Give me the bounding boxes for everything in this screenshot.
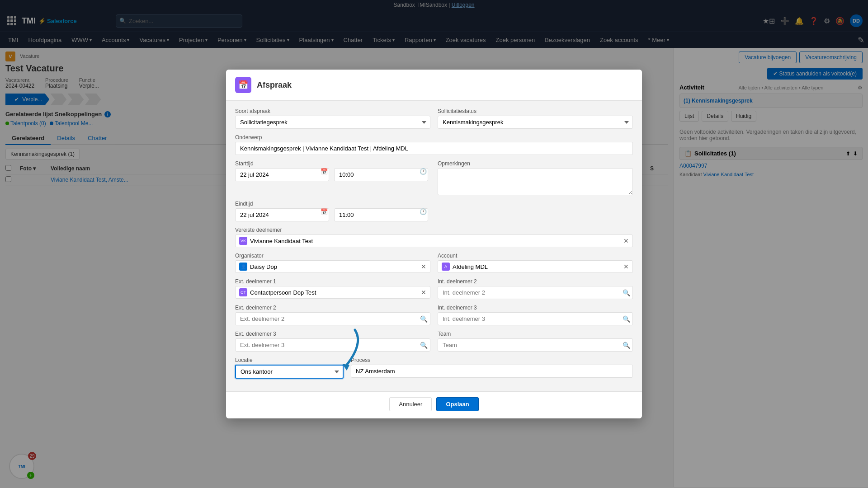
form-group-int-deelnemer-3: Int. deelnemer 3 🔍 — [438, 305, 633, 325]
form-group-soort-afspraak: Soort afspraak Sollicitatiegesprek Kenni… — [235, 108, 430, 129]
ext-deelnemer-1-input-wrap: CT Contactpersoon Dop Test ✕ — [235, 286, 430, 299]
soort-afspraak-label: Soort afspraak — [235, 108, 430, 114]
form-group-starttijd: Starttijd 📅 🕐 — [235, 160, 430, 181]
int-deelnemer-3-search-btn[interactable]: 🔍 — [623, 315, 630, 323]
afspraak-modal: 📅 Afspraak Soort afspraak Sollicitatiege… — [226, 70, 642, 418]
vereiste-deelnemer-input-wrap: VK Vivianne Kandidaat Test ✕ — [235, 235, 633, 247]
vereiste-deelnemer-tag-icon: VK — [239, 237, 247, 245]
eindtijd-time-wrap: 🕐 — [334, 208, 430, 221]
locatie-select-wrap: Ons kantoor Klant locatie Telefonisch On… — [235, 365, 344, 379]
form-group-onderwerp: Onderwerp — [235, 134, 633, 155]
eindtijd-clock-icon[interactable]: 🕐 — [420, 208, 427, 215]
account-label: Account — [438, 253, 633, 259]
form-row-organisator: Organisator 👤 Daisy Dop ✕ Account A Afde… — [235, 253, 633, 273]
eindtijd-date-input[interactable] — [235, 208, 329, 221]
team-label: Team — [438, 331, 633, 337]
form-row-ext1-int2: Ext. deelnemer 1 CT Contactpersoon Dop T… — [235, 278, 633, 299]
int-deelnemer-3-label: Int. deelnemer 3 — [438, 305, 633, 311]
starttijd-label: Starttijd — [235, 160, 430, 167]
ext-deelnemer-2-search-btn[interactable]: 🔍 — [420, 315, 428, 323]
sollicitatiestatus-label: Sollicitatiestatus — [438, 108, 633, 114]
ext-deelnemer-2-label: Ext. deelnemer 2 — [235, 305, 430, 311]
ext-deelnemer-2-input[interactable] — [235, 312, 430, 325]
account-input-wrap: A Afdeling MDL ✕ — [438, 260, 633, 273]
int-deelnemer-3-search-wrap: 🔍 — [438, 312, 633, 325]
form-group-eindtijd: Eindtijd 📅 🕐 — [235, 201, 430, 221]
int-deelnemer-3-input[interactable] — [438, 312, 633, 325]
form-row-eindtijd: Eindtijd 📅 🕐 — [235, 201, 633, 221]
eindtijd-date-wrap: 📅 — [235, 208, 331, 221]
process-input[interactable] — [351, 365, 633, 378]
form-group-account: Account A Afdeling MDL ✕ — [438, 253, 633, 273]
form-group-organisator: Organisator 👤 Daisy Dop ✕ — [235, 253, 430, 273]
opslaan-button[interactable]: Opslaan — [436, 397, 478, 411]
form-group-sollicitatiestatus: Sollicitatiestatus Kennismakingsgesprek … — [438, 108, 633, 129]
annuleer-button[interactable]: Annuleer — [389, 397, 432, 411]
organisator-close-icon[interactable]: ✕ — [421, 263, 426, 270]
opmerkingen-textarea[interactable] — [438, 168, 633, 195]
eindtijd-datetime-group: 📅 🕐 — [235, 208, 430, 221]
organisator-value: Daisy Dop — [250, 263, 277, 270]
onderwerp-input[interactable] — [235, 142, 633, 155]
modal-calendar-icon: 📅 — [235, 77, 251, 93]
form-row-locatie-process: Locatie Ons kantoor Klant locatie Telefo… — [235, 357, 633, 379]
starttijd-calendar-icon[interactable]: 📅 — [321, 168, 328, 175]
form-row-ext3-team: Ext. deelnemer 3 🔍 Team 🔍 — [235, 331, 633, 352]
ext-deelnemer-1-close-icon[interactable]: ✕ — [421, 289, 426, 296]
eindtijd-label: Eindtijd — [235, 201, 430, 207]
int-deelnemer-2-search-btn[interactable]: 🔍 — [623, 289, 630, 296]
ext-deelnemer-1-label: Ext. deelnemer 1 — [235, 278, 430, 285]
starttijd-time-input[interactable] — [334, 168, 428, 181]
locatie-select[interactable]: Ons kantoor Klant locatie Telefonisch On… — [235, 365, 344, 379]
form-row-starttijd: Starttijd 📅 🕐 Opmerkingen — [235, 160, 633, 195]
form-group-team: Team 🔍 — [438, 331, 633, 352]
ext-deelnemer-1-value: Contactpersoon Dop Test — [250, 289, 316, 296]
vereiste-deelnemer-close-icon[interactable]: ✕ — [623, 237, 629, 244]
vereiste-deelnemer-value: Vivianne Kandidaat Test — [250, 238, 313, 244]
locatie-label: Locatie — [235, 357, 344, 363]
process-label: Process — [351, 357, 633, 363]
modal-body: Soort afspraak Sollicitatiegesprek Kenni… — [226, 101, 642, 391]
form-group-ext-deelnemer-3: Ext. deelnemer 3 🔍 — [235, 331, 430, 352]
form-group-locatie: Locatie Ons kantoor Klant locatie Telefo… — [235, 357, 344, 379]
vereiste-deelnemer-label: Vereiste deelnemer — [235, 227, 633, 233]
modal-header: 📅 Afspraak — [226, 70, 642, 101]
ext-deelnemer-3-search-wrap: 🔍 — [235, 338, 430, 352]
int-deelnemer-2-search-wrap: 🔍 — [438, 286, 633, 299]
ext-deelnemer-1-tag-icon: CT — [239, 288, 247, 296]
int-deelnemer-2-input[interactable] — [438, 286, 633, 299]
eindtijd-time-input[interactable] — [334, 208, 428, 221]
form-group-ext-deelnemer-2: Ext. deelnemer 2 🔍 — [235, 305, 430, 325]
form-row-onderwerp: Onderwerp — [235, 134, 633, 155]
sollicitatiestatus-select[interactable]: Kennismakingsgesprek Sollicitatiegesprek — [438, 116, 633, 129]
form-group-int-deelnemer-2: Int. deelnemer 2 🔍 — [438, 278, 633, 299]
form-row-vereiste-deelnemer: Vereiste deelnemer VK Vivianne Kandidaat… — [235, 227, 633, 247]
organisator-tag-icon: 👤 — [239, 263, 247, 271]
account-close-icon[interactable]: ✕ — [623, 263, 629, 270]
eindtijd-calendar-icon[interactable]: 📅 — [321, 208, 328, 215]
opmerkingen-label: Opmerkingen — [438, 160, 633, 167]
starttijd-time-wrap: 🕐 — [334, 168, 430, 181]
modal-title: Afspraak — [257, 80, 292, 90]
form-group-vereiste-deelnemer: Vereiste deelnemer VK Vivianne Kandidaat… — [235, 227, 633, 247]
soort-afspraak-select[interactable]: Sollicitatiegesprek Kennismakingsgesprek — [235, 116, 430, 129]
account-tag-icon: A — [442, 263, 450, 271]
modal-overlay: 📅 Afspraak Soort afspraak Sollicitatiege… — [0, 0, 868, 487]
int-deelnemer-2-label: Int. deelnemer 2 — [438, 278, 633, 285]
starttijd-datetime-group: 📅 🕐 — [235, 168, 430, 181]
form-row-1: Soort afspraak Sollicitatiegesprek Kenni… — [235, 108, 633, 129]
starttijd-date-input[interactable] — [235, 168, 329, 181]
form-group-process: Process — [351, 357, 633, 378]
form-group-opmerkingen: Opmerkingen — [438, 160, 633, 195]
team-input[interactable] — [438, 338, 633, 352]
organisator-label: Organisator — [235, 253, 430, 259]
onderwerp-label: Onderwerp — [235, 134, 633, 141]
ext-deelnemer-3-input[interactable] — [235, 338, 430, 352]
modal-footer: Annuleer Opslaan — [226, 391, 642, 418]
ext-deelnemer-3-search-btn[interactable]: 🔍 — [420, 342, 428, 349]
team-search-btn[interactable]: 🔍 — [623, 342, 630, 349]
starttijd-clock-icon[interactable]: 🕐 — [420, 168, 427, 175]
form-group-ext-deelnemer-1: Ext. deelnemer 1 CT Contactpersoon Dop T… — [235, 278, 430, 299]
ext-deelnemer-3-label: Ext. deelnemer 3 — [235, 331, 430, 337]
ext-deelnemer-2-search-wrap: 🔍 — [235, 312, 430, 325]
